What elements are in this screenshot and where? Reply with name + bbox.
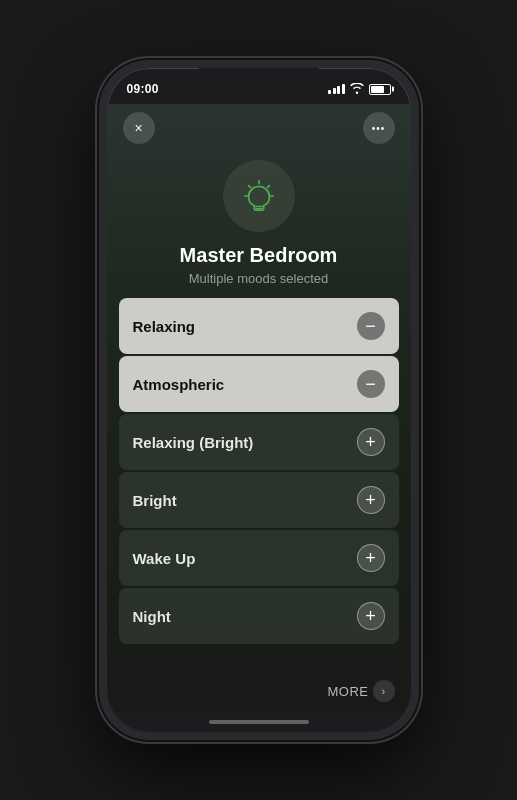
plus-icon-2: + [365, 490, 376, 511]
minus-icon-2: − [365, 374, 376, 395]
status-time: 09:00 [127, 82, 159, 96]
plus-icon-4: + [365, 606, 376, 627]
mood-label-wake-up: Wake Up [133, 550, 196, 567]
top-controls: × ••• [107, 104, 411, 148]
minus-icon: − [365, 316, 376, 337]
more-options-button[interactable]: ••• [363, 112, 395, 144]
room-title-section: Master Bedroom Multiple moods selected [107, 240, 411, 298]
mood-toggle-atmospheric[interactable]: − [357, 370, 385, 398]
mood-item-night[interactable]: Night + [119, 588, 399, 644]
light-bulb-icon [240, 177, 278, 215]
mood-item-relaxing-bright[interactable]: Relaxing (Bright) + [119, 414, 399, 470]
status-icons [328, 83, 391, 96]
signal-icon [328, 84, 345, 94]
home-bar [209, 720, 309, 724]
mood-toggle-relaxing[interactable]: − [357, 312, 385, 340]
phone-notch [199, 68, 319, 90]
ellipsis-icon: ••• [372, 123, 386, 134]
more-label: MORE [328, 684, 369, 699]
phone-container: 09:00 [0, 0, 517, 800]
light-icon-container [107, 148, 411, 240]
battery-icon [369, 84, 391, 95]
chevron-right-icon: › [373, 680, 395, 702]
wifi-icon [350, 83, 364, 96]
screen-content: × ••• [107, 104, 411, 712]
mood-toggle-night[interactable]: + [357, 602, 385, 630]
plus-icon-3: + [365, 548, 376, 569]
mood-label-atmospheric: Atmospheric [133, 376, 225, 393]
phone-frame: 09:00 [99, 60, 419, 740]
mood-item-bright[interactable]: Bright + [119, 472, 399, 528]
mood-item-relaxing[interactable]: Relaxing − [119, 298, 399, 354]
more-section: MORE › [107, 672, 411, 712]
svg-line-2 [248, 186, 250, 188]
mood-label-relaxing-bright: Relaxing (Bright) [133, 434, 254, 451]
mood-label-bright: Bright [133, 492, 177, 509]
svg-line-1 [267, 186, 269, 188]
room-title: Master Bedroom [123, 244, 395, 267]
mood-toggle-bright[interactable]: + [357, 486, 385, 514]
mood-label-night: Night [133, 608, 171, 625]
light-circle [223, 160, 295, 232]
mood-item-atmospheric[interactable]: Atmospheric − [119, 356, 399, 412]
close-icon: × [134, 120, 142, 136]
mood-list: Relaxing − Atmospheric − Relaxing (Brigh… [107, 298, 411, 672]
mood-toggle-wake-up[interactable]: + [357, 544, 385, 572]
plus-icon-1: + [365, 432, 376, 453]
mood-item-wake-up[interactable]: Wake Up + [119, 530, 399, 586]
mood-label-relaxing: Relaxing [133, 318, 196, 335]
close-button[interactable]: × [123, 112, 155, 144]
home-indicator [107, 712, 411, 732]
mood-toggle-relaxing-bright[interactable]: + [357, 428, 385, 456]
more-button[interactable]: MORE › [328, 680, 395, 702]
room-subtitle: Multiple moods selected [123, 271, 395, 286]
